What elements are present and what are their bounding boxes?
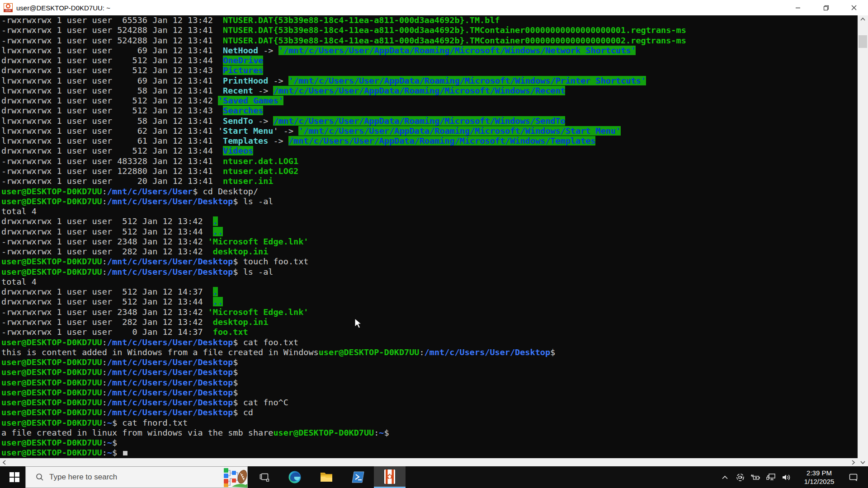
terminal-line: -rwxrwxrwx 1 user user 282 Jan 12 13:42 … [1,317,858,327]
terminal-line: user@DESKTOP-D0KD7UU:/mnt/c/Users/User/D… [1,267,858,277]
chevron-left-icon [3,460,6,465]
terminal-line: user@DESKTOP-D0KD7UU:~$ [1,448,858,458]
camera-circle-icon [736,473,745,482]
taskbar-ubuntu-terminal-button[interactable] [374,466,406,488]
close-button[interactable] [840,0,868,15]
taskbar-powershell-button[interactable] [342,466,374,488]
terminal-line: total 4 [1,206,858,216]
terminal-line: drwxrwxrwx 1 user user 512 Jan 12 14:37 … [1,287,858,297]
terminal-line: -rwxrwxrwx 1 user user 282 Jan 12 13:42 … [1,247,858,257]
chevron-right-icon [852,460,855,465]
terminal-line: lrwxrwxrwx 1 user user 61 Jan 12 13:41 T… [1,136,858,146]
terminal-line: this is content added in Windows from a … [1,347,858,357]
edge-icon [288,470,302,484]
taskbar-file-explorer-button[interactable] [311,466,342,488]
terminal-line: user@DESKTOP-D0KD7UU:/mnt/c/Users/User/D… [1,398,858,408]
terminal-line: user@DESKTOP-D0KD7UU:~$ [1,438,858,448]
start-button[interactable] [4,466,25,488]
close-icon [851,5,857,10]
vertical-scrollbar-thumb[interactable] [859,35,867,48]
screen: 22.04 user@DESKTOP-D0KD7UU: ~ -rwxrwxrwx… [0,0,868,488]
window-titlebar: 22.04 user@DESKTOP-D0KD7UU: ~ [0,0,868,15]
tray-volume-button[interactable] [778,466,794,488]
taskbar: 2:39 PM 1/12/2025 [0,466,868,488]
search-icon [36,473,44,481]
task-view-button[interactable] [251,466,277,488]
terminal-line: -rwxrwxrwx 1 user user 2348 Jan 12 13:42… [1,307,858,317]
ubuntu-terminal-icon [384,469,396,484]
window-controls [784,0,868,15]
clock-date: 1/12/2025 [804,477,835,486]
terminal-line: drwxrwxrwx 1 user user 512 Jan 12 13:43 … [1,106,858,116]
terminal-line: lrwxrwxrwx 1 user user 62 Jan 12 13:41 '… [1,126,858,136]
terminal-line: drwxrwxrwx 1 user user 512 Jan 12 13:44 … [1,227,858,237]
terminal-line: total 4 [1,277,858,287]
horizontal-scrollbar[interactable] [0,458,858,466]
window-title: user@DESKTOP-D0KD7UU: ~ [16,4,110,12]
terminal-line: drwxrwxrwx 1 user user 512 Jan 12 13:42 … [1,96,858,106]
terminal-line: user@DESKTOP-D0KD7UU:/mnt/c/Users/User/D… [1,338,858,347]
tray-expand-button[interactable] [717,466,732,488]
terminal-line: -rwxrwxrwx 1 user user 65536 Jan 12 13:4… [1,15,858,25]
svg-text:22.04: 22.04 [5,9,11,12]
terminal-line: user@DESKTOP-D0KD7UU:/mnt/c/Users/User/D… [1,357,858,367]
terminal-line: user@DESKTOP-D0KD7UU:/mnt/c/Users/User$ … [1,187,858,197]
taskbar-clock[interactable]: 2:39 PM 1/12/2025 [797,466,842,488]
windows-logo-icon [9,472,19,482]
terminal-line: -rwxrwxrwx 1 user user 122880 Jan 12 13:… [1,166,858,176]
terminal-line: user@DESKTOP-D0KD7UU:/mnt/c/Users/User/D… [1,388,858,398]
terminal-line: -rwxrwxrwx 1 user user 2348 Jan 12 13:42… [1,237,858,247]
terminal-line: user@DESKTOP-D0KD7UU:~$ cat fnord.txt [1,418,858,428]
tray-network-button[interactable] [763,466,778,488]
chevron-up-icon [860,18,865,21]
terminal-line: user@DESKTOP-D0KD7UU:/mnt/c/Users/User/D… [1,367,858,377]
scroll-up-button[interactable] [858,15,868,23]
search-highlight-football-bracket-icon[interactable] [222,467,247,488]
minimize-icon [795,5,801,10]
clock-time: 2:39 PM [804,469,835,477]
terminal-line: user@DESKTOP-D0KD7UU:/mnt/c/Users/User/D… [1,257,858,267]
search-box[interactable] [25,466,248,488]
taskbar-edge-button[interactable] [279,466,311,488]
minimize-button[interactable] [784,0,812,15]
task-view-icon [259,472,269,482]
action-center-icon [849,473,859,482]
terminal-output[interactable]: -rwxrwxrwx 1 user user 65536 Jan 12 13:4… [0,15,858,458]
terminal-line: drwxrwxrwx 1 user user 512 Jan 12 13:44 … [1,56,858,66]
terminal-line: a file created in linux from windows via… [1,428,858,438]
terminal-line: lrwxrwxrwx 1 user user 58 Jan 12 13:41 S… [1,116,858,126]
vertical-scrollbar[interactable] [858,15,868,466]
ethernet-network-icon [766,473,776,481]
restore-button[interactable] [812,0,840,15]
restore-icon [823,5,829,11]
terminal-line: -rwxrwxrwx 1 user user 20 Jan 12 13:41 n… [1,176,858,186]
tray-camera-button[interactable] [732,466,748,488]
chevron-down-icon [860,461,865,464]
terminal-line: drwxrwxrwx 1 user user 512 Jan 12 13:43 … [1,66,858,75]
terminal-line: -rwxrwxrwx 1 user user 524288 Jan 12 13:… [1,25,858,35]
terminal-line: user@DESKTOP-D0KD7UU:/mnt/c/Users/User/D… [1,197,858,206]
terminal-line: -rwxrwxrwx 1 user user 483328 Jan 12 13:… [1,156,858,166]
file-explorer-icon [320,471,333,483]
powershell-icon [351,471,365,483]
terminal-line: drwxrwxrwx 1 user user 512 Jan 12 13:44 … [1,146,858,156]
terminal-line: drwxrwxrwx 1 user user 512 Jan 12 13:42 … [1,216,858,226]
terminal-line: drwxrwxrwx 1 user user 512 Jan 12 13:44 … [1,297,858,307]
terminal-line: -rwxrwxrwx 1 user user 524288 Jan 12 13:… [1,36,858,46]
chevron-up-icon [722,475,728,479]
battery-plug-icon [750,474,760,481]
speaker-volume-icon [782,474,791,481]
tray-battery-button[interactable] [748,466,763,488]
action-center-button[interactable] [844,466,863,488]
terminal-line: lrwxrwxrwx 1 user user 69 Jan 12 13:41 P… [1,76,858,86]
terminal-line: -rwxrwxrwx 1 user user 0 Jan 12 14:37 fo… [1,327,858,337]
terminal-line: user@DESKTOP-D0KD7UU:/mnt/c/Users/User/D… [1,408,858,418]
scroll-down-button[interactable] [858,459,868,466]
terminal-line: user@DESKTOP-D0KD7UU:/mnt/c/Users/User/D… [1,378,858,388]
terminal-line: lrwxrwxrwx 1 user user 69 Jan 12 13:41 N… [1,46,858,56]
terminal-line: lrwxrwxrwx 1 user user 58 Jan 12 13:41 R… [1,86,858,96]
search-input[interactable] [48,472,222,482]
ubuntu-app-icon: 22.04 [4,3,13,12]
